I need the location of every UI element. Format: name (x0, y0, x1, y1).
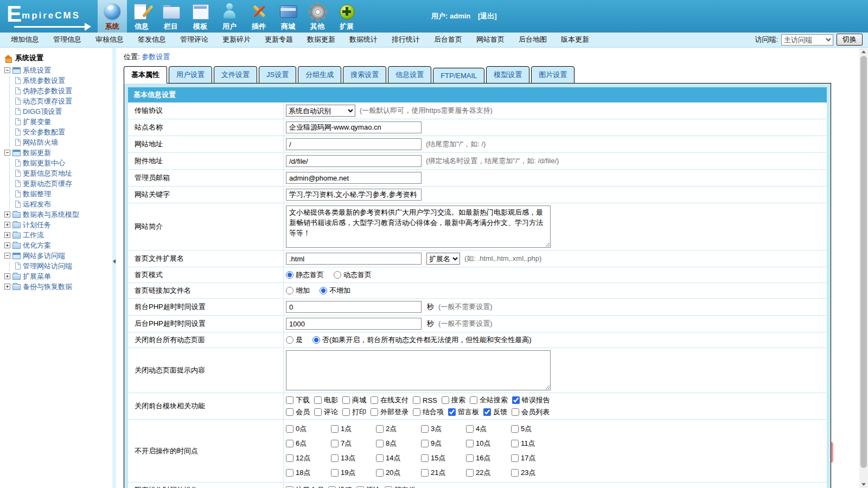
disabled-hours-hour-18[interactable]: 18点 (286, 468, 331, 478)
tab-文件设置[interactable]: 文件设置 (214, 66, 257, 84)
close-modules-option-0-4-input[interactable] (413, 396, 420, 404)
close-modules-option-0-1-input[interactable] (314, 396, 322, 404)
site-url-input[interactable] (286, 138, 422, 150)
breadcrumb-link[interactable]: 参数设置 (142, 53, 170, 61)
tree-node-link[interactable]: 数据更新 (23, 147, 51, 158)
close-modules-option-0-1[interactable]: 电影 (314, 395, 338, 405)
disabled-hours-hour-19-input[interactable] (331, 469, 339, 477)
disabled-hours-hour-22[interactable]: 22点 (466, 468, 511, 478)
toolbar-link-13[interactable]: 版本更新 (561, 35, 589, 44)
nav-item-system-globe[interactable]: 系统 (98, 0, 127, 33)
index-mode-option-1-input[interactable] (334, 271, 341, 279)
admin-email-input[interactable] (286, 172, 422, 184)
switch-endpoint-button[interactable]: 切换 (837, 34, 863, 46)
tree-leaf-link[interactable]: 动态页缓存设置 (23, 96, 72, 106)
tree-node-link[interactable]: 优化方案 (23, 240, 51, 251)
tree-leaf-link[interactable]: 更新动态页缓存 (23, 178, 72, 189)
nav-item-column-folder[interactable]: 栏目 (156, 0, 186, 33)
close-dynamic-pages-option-0-input[interactable] (286, 336, 293, 344)
disabled-hours-hour-9[interactable]: 9点 (421, 439, 466, 448)
limited-operations-option-0-1[interactable]: 投稿 (328, 485, 352, 488)
toolbar-link-3[interactable]: 签发信息 (138, 35, 166, 44)
close-modules-option-0-5-input[interactable] (442, 396, 449, 404)
toolbar-link-2[interactable]: 审核信息 (95, 35, 124, 44)
toolbar-link-10[interactable]: 后台首页 (434, 35, 462, 44)
tab-模型设置[interactable]: 模型设置 (486, 66, 529, 84)
disabled-hours-hour-15-input[interactable] (421, 454, 429, 462)
close-modules-option-0-5[interactable]: 搜索 (442, 395, 465, 405)
close-modules-option-1-5-input[interactable] (448, 408, 456, 416)
close-dynamic-notice-textarea[interactable] (286, 350, 551, 390)
tree-node-link[interactable]: 网站多访问端 (23, 251, 65, 261)
disabled-hours-hour-19[interactable]: 19点 (331, 468, 376, 478)
disabled-hours-hour-3[interactable]: 3点 (421, 424, 466, 434)
index-link-filename-option-0[interactable]: 增加 (286, 286, 310, 296)
disabled-hours-hour-11[interactable]: 11点 (511, 439, 556, 448)
close-modules-option-1-6-input[interactable] (483, 408, 491, 416)
close-modules-option-1-1[interactable]: 评论 (314, 407, 338, 417)
disabled-hours-hour-4[interactable]: 4点 (466, 424, 511, 434)
nav-item-mall-card[interactable]: 商城 (273, 0, 303, 33)
transport-protocol-select[interactable]: 系统自动识别 (286, 105, 355, 117)
index-ext-input[interactable] (286, 253, 422, 265)
tree-node-link[interactable]: 扩展菜单 (23, 271, 51, 281)
tab-JS设置[interactable]: JS设置 (259, 66, 296, 84)
sidebar-collapse-arrow-icon[interactable] (113, 259, 116, 264)
expand-node-icon[interactable] (4, 284, 10, 290)
tree-leaf-link[interactable]: 管理网站访问端 (23, 261, 72, 271)
tree-leaf-link[interactable]: 安全参数配置 (23, 127, 65, 137)
disabled-hours-hour-0[interactable]: 0点 (286, 424, 331, 434)
expand-node-icon[interactable] (4, 242, 10, 248)
disabled-hours-hour-12-input[interactable] (286, 454, 293, 462)
index-link-filename-option-1-input[interactable] (320, 287, 327, 294)
close-dynamic-pages-option-1-input[interactable] (312, 336, 320, 344)
close-modules-option-1-6[interactable]: 反馈 (483, 407, 507, 417)
disabled-hours-hour-5[interactable]: 5点 (511, 424, 556, 434)
nav-item-info-edit[interactable]: 信息 (127, 0, 156, 33)
close-modules-option-0-6-input[interactable] (470, 396, 477, 404)
toolbar-link-11[interactable]: 网站首页 (476, 35, 505, 44)
nav-item-extend-plus[interactable]: 扩展 (332, 0, 361, 33)
disabled-hours-hour-6[interactable]: 6点 (286, 439, 331, 448)
index-mode-option-1[interactable]: 动态首页 (334, 270, 372, 280)
disabled-hours-hour-22-input[interactable] (466, 469, 474, 477)
scrollbar-thumb[interactable] (860, 56, 867, 468)
tree-node-link[interactable]: 计划任务 (23, 220, 51, 230)
disabled-hours-hour-14-input[interactable] (376, 454, 384, 462)
toolbar-link-8[interactable]: 数据统计 (349, 35, 378, 44)
close-modules-option-1-4[interactable]: 结合项 (413, 407, 444, 417)
tree-leaf-link[interactable]: 更新信息页地址 (23, 168, 72, 178)
tab-图片设置[interactable]: 图片设置 (531, 66, 575, 84)
close-modules-option-1-7[interactable]: 会员列表 (512, 407, 550, 417)
close-modules-option-1-2[interactable]: 打印 (342, 407, 366, 417)
disabled-hours-hour-2-input[interactable] (376, 425, 384, 433)
tab-基本属性[interactable]: 基本属性 (124, 66, 167, 84)
close-dynamic-pages-option-1[interactable]: 否(如果开启，前台所有动态文件都无法使用，但性能和安全性最高) (312, 335, 532, 345)
toolbar-link-1[interactable]: 管理信息 (53, 35, 81, 44)
vertical-scrollbar[interactable] (859, 48, 868, 488)
index-link-filename-option-1[interactable]: 不增加 (320, 286, 350, 296)
disabled-hours-hour-7-input[interactable] (331, 440, 339, 447)
disabled-hours-hour-10-input[interactable] (466, 440, 474, 447)
disabled-hours-hour-11-input[interactable] (511, 440, 519, 447)
site-description-textarea[interactable] (286, 206, 551, 248)
disabled-hours-hour-5-input[interactable] (511, 425, 519, 433)
close-modules-option-1-0[interactable]: 会员 (286, 407, 310, 417)
collapse-node-icon[interactable] (4, 150, 10, 156)
close-modules-option-1-1-input[interactable] (314, 408, 322, 416)
index-link-filename-option-0-input[interactable] (286, 287, 293, 294)
disabled-hours-hour-1-input[interactable] (331, 425, 339, 433)
nav-item-template-window[interactable]: 模板 (186, 0, 215, 33)
toolbar-link-6[interactable]: 更新专题 (265, 35, 293, 44)
close-modules-option-0-2[interactable]: 商城 (342, 395, 366, 405)
collapse-node-icon[interactable] (4, 253, 10, 259)
tab-信息设置[interactable]: 信息设置 (388, 66, 431, 84)
tree-leaf-link[interactable]: 数据整理 (23, 189, 51, 199)
limited-operations-option-0-2[interactable]: 评论 (356, 485, 380, 488)
toolbar-link-12[interactable]: 后台地图 (519, 35, 547, 44)
close-modules-option-1-3[interactable]: 外部登录 (371, 407, 409, 417)
toolbar-link-7[interactable]: 数据更新 (307, 35, 335, 44)
disabled-hours-hour-2[interactable]: 2点 (376, 424, 421, 434)
close-modules-option-1-3-input[interactable] (371, 408, 378, 416)
tree-leaf-link[interactable]: 伪静态参数设置 (23, 86, 72, 96)
